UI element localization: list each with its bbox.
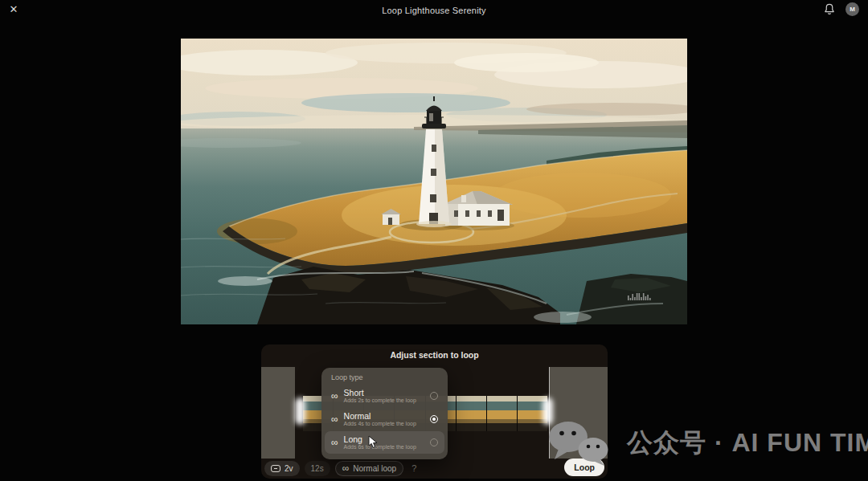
menu-label: Loop type (321, 368, 448, 384)
radio-icon[interactable] (430, 392, 438, 400)
variations-label: 2v (285, 464, 293, 473)
option-name: Long (344, 434, 416, 445)
help-button[interactable]: ? (411, 463, 416, 473)
trim-mask-right (549, 367, 608, 459)
loop-submit-button[interactable]: Loop (564, 459, 604, 476)
option-name: Short (344, 388, 416, 398)
filmstrip-frame (487, 396, 517, 431)
loop-type-button[interactable]: ∞ Normal loop (335, 461, 403, 476)
video-preview[interactable] (181, 39, 687, 324)
radio-icon[interactable] (430, 438, 438, 446)
loop-icon: ∞ (342, 463, 350, 473)
trim-mask-left (261, 367, 295, 459)
option-description: Adds 2s to complete the loop (344, 397, 416, 404)
variations-button[interactable]: 2v (264, 461, 300, 476)
app-window: ✕ Loop Lighthouse Serenity M (0, 0, 868, 481)
filmstrip-frame (457, 396, 486, 431)
option-name: Normal (344, 411, 416, 422)
trim-handle-right[interactable] (542, 397, 553, 425)
loop-icon: ∞ (331, 414, 338, 424)
option-description: Adds 4s to complete the loop (344, 421, 416, 427)
duration-label: 12s (311, 464, 324, 473)
radio-selected-icon[interactable] (430, 415, 438, 423)
loop-type-label: Normal loop (353, 464, 396, 473)
loop-icon: ∞ (331, 438, 338, 447)
loop-editor-panel: Adjust section to loop Loop type ∞ (261, 344, 608, 479)
video-frame (181, 39, 687, 324)
loop-type-option-short[interactable]: ∞ Short Adds 2s to complete the loop (325, 385, 444, 407)
watermark-text: 公众号 · AI FUN TIMES (627, 426, 868, 461)
page-title: Loop Lighthouse Serenity (0, 6, 868, 15)
loop-type-option-normal[interactable]: ∞ Normal Adds 4s to complete the loop (325, 408, 444, 430)
trim-handle-left[interactable] (295, 397, 305, 425)
loop-type-option-long[interactable]: ∞ Long Adds 6s to complete the loop (325, 431, 444, 454)
panel-title: Adjust section to loop (261, 350, 608, 360)
avatar[interactable]: M (845, 2, 859, 16)
top-bar: ✕ Loop Lighthouse Serenity M (0, 0, 868, 21)
panel-toolbar: 2v 12s ∞ Normal loop ? Loop (264, 459, 604, 477)
option-description: Adds 6s to complete the loop (344, 444, 416, 450)
duration-button[interactable]: 12s (305, 461, 330, 476)
loop-type-menu: Loop type ∞ Short Adds 2s to complete th… (321, 368, 448, 459)
loop-icon: ∞ (331, 391, 338, 401)
notifications-icon[interactable] (822, 2, 837, 17)
video-badge-icon (271, 465, 280, 472)
